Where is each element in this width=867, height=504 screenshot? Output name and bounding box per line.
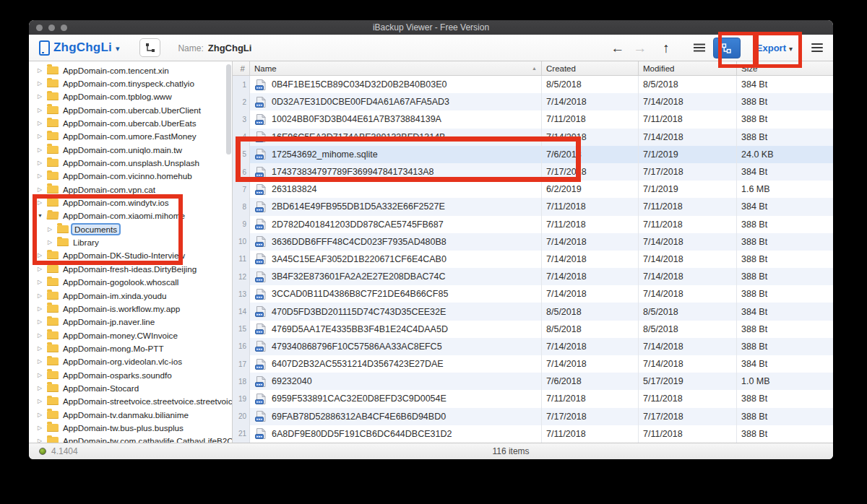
disclosure-icon[interactable]: ▷ (38, 305, 47, 312)
row-number: 1 (233, 76, 250, 93)
disclosure-icon[interactable]: ▷ (38, 67, 47, 74)
disclosure-icon[interactable]: ▼ (38, 213, 47, 218)
table-row[interactable]: 1 0B4F1BE15CB89C034D32D0B2B40B03E0 8/5/2… (233, 76, 833, 93)
column-header-size[interactable]: Size (737, 61, 833, 75)
table-row[interactable]: 9 2D782D401841203DD878CAE5745FB687 7/11/… (233, 216, 833, 233)
hierarchy-view-button[interactable] (139, 38, 160, 57)
sidebar-item-appdomain-is-workflow-my-app[interactable]: ▷ AppDomain-is.workflow.my.app (29, 302, 232, 315)
sidebar-item-library[interactable]: ▷ Library (29, 235, 232, 248)
table-row[interactable]: 14 470D5FD3BD201115D74C743D35CEE32E 8/5/… (233, 303, 833, 320)
sidebar-item-appdomain-com-tencent-xin[interactable]: ▷ AppDomain-com.tencent.xin (29, 64, 232, 77)
sidebar-item-appdomain-com-vicinno-homehub[interactable]: ▷ AppDomain-com.vicinno.homehub (29, 170, 232, 183)
table-row[interactable]: 12 3B4F32E873601FA2A2E27E208DBAC74C 7/14… (233, 268, 833, 285)
disclosure-icon[interactable]: ▷ (38, 133, 47, 139)
sidebar-scrollbar[interactable] (226, 64, 231, 155)
column-header-created[interactable]: Created (542, 61, 639, 75)
file-name: 69FAB78D52886312AB4CF4E6B6D94BD0 (272, 412, 446, 422)
sidebar-item-appdomain-com-unsplash-unsplash[interactable]: ▷ AppDomain-com.unsplash.Unsplash (29, 156, 232, 169)
up-button[interactable]: ↑ (658, 41, 674, 55)
table-row[interactable]: 15 4769D5AA17E4335BB3F4B1E24C4DAA5D 8/5/… (233, 321, 833, 338)
sidebar-item-appdomain-dk-studio-interview[interactable]: ▷ AppDomain-DK-Studio-Interview (29, 249, 232, 262)
disclosure-icon[interactable]: ▷ (38, 252, 47, 258)
disclosure-icon[interactable]: ▷ (38, 412, 47, 418)
disclosure-icon[interactable]: ▷ (38, 385, 47, 391)
sidebar-item-appdomain-org-videolan-vlc-ios[interactable]: ▷ AppDomain-org.videolan.vlc-ios (29, 355, 232, 368)
table-row[interactable]: 6 174373834797789F36994784173413A8 7/17/… (233, 163, 833, 181)
sidebar-item-appdomain-com-vpn-cat[interactable]: ▷ AppDomain-com.vpn.cat (29, 183, 232, 196)
disclosure-icon[interactable]: ▷ (38, 292, 47, 299)
disclosure-icon[interactable]: ▷ (38, 160, 47, 166)
table-row[interactable]: 21 6A8DF9E80DD5F191CB6DC644DBCE31D2 7/11… (233, 425, 833, 443)
disclosure-icon[interactable]: ▷ (38, 147, 47, 153)
table-row[interactable]: 3 10024BB0F3D3B044E61A7B373884139A 7/11/… (233, 110, 833, 128)
disclosure-icon[interactable]: ▷ (38, 398, 47, 404)
table-row[interactable]: 11 3A45C15EAF3052D1B220671CF6E4CAB0 7/14… (233, 251, 833, 268)
sidebar-item-appdomain-fresh-ideas-dirtybeijing[interactable]: ▷ AppDomain-fresh-ideas.DirtyBeijing (29, 262, 232, 275)
disclosure-icon[interactable]: ▷ (38, 107, 47, 113)
disclosure-icon[interactable]: ▷ (38, 318, 47, 325)
table-row[interactable]: 8 2BD614E49FB955DB1D5A332E66F2527E 7/11/… (233, 198, 833, 215)
sidebar-item-appdomain-stocard[interactable]: ▷ AppDomain-Stocard (29, 381, 232, 394)
export-button[interactable]: Export ▾ (756, 43, 793, 53)
sidebar-item-documents[interactable]: ▷ Documents (29, 222, 232, 235)
disclosure-icon[interactable]: ▷ (38, 358, 47, 365)
table-row[interactable]: 5 172543692_mihome.sqlite 7/6/2018 7/1/2… (233, 146, 833, 163)
disclosure-icon[interactable]: ▷ (38, 345, 47, 352)
status-bar: 4.1404 116 items (29, 443, 833, 459)
sidebar-item-appdomain-com-tpblog-www[interactable]: ▷ AppDomain-com.tpblog.www (29, 90, 232, 103)
sidebar-item-appdomain-com-tinyspeck-chatlyio[interactable]: ▷ AppDomain-com.tinyspeck.chatlyio (29, 77, 232, 90)
sidebar-item-appdomain-com-xiaomi-mihome[interactable]: ▼ AppDomain-com.xiaomi.mihome (29, 209, 232, 222)
column-header-name[interactable]: Name ▲ (250, 61, 542, 75)
sidebar-item-appdomain-com-uniqlo-main-tw[interactable]: ▷ AppDomain-com.uniqlo.main.tw (29, 143, 232, 156)
sidebar-item-appdomain-com-windytv-ios[interactable]: ▷ AppDomain-com.windytv.ios (29, 196, 232, 209)
table-row[interactable]: 19 6959F533891CAC32E0D8EFD3C9D0054E 7/11… (233, 390, 833, 407)
sidebar-item-appdomain-com-ubercab-ubereats[interactable]: ▷ AppDomain-com.ubercab.UberEats (29, 116, 232, 129)
disclosure-icon[interactable]: ▷ (38, 199, 47, 206)
table-row[interactable]: 13 3CCAD0B11D4386B8C7F21DE64B66CF85 7/14… (233, 285, 833, 303)
sidebar-item-appdomain-osparks-soundfo[interactable]: ▷ AppDomain-osparks.soundfo (29, 368, 232, 381)
column-header-modified[interactable]: Modified (639, 61, 737, 75)
folder-icon (47, 292, 59, 300)
disclosure-icon[interactable]: ▷ (38, 425, 47, 431)
table-row[interactable]: 10 3636DDB6FFF48C4CD023F7935AD480B8 7/14… (233, 233, 833, 251)
sidebar-item-appdomain-tw-com-cathaylife-cathaylifeb2c[interactable]: ▷ AppDomain-tw.com.cathaylife.CathayLife… (29, 435, 232, 443)
device-selector[interactable]: ZhgChgLi ▾ (39, 40, 119, 56)
sidebar-item-appdomain-com-ubercab-uberclient[interactable]: ▷ AppDomain-com.ubercab.UberClient (29, 103, 232, 116)
table-row[interactable]: 4 16E96C5EA3D7174ABE380133BFD1314B 7/14/… (233, 129, 833, 146)
sidebar-item-appdomain-tv-danmaku-bilianime[interactable]: ▷ AppDomain-tv.danmaku.bilianime (29, 408, 232, 421)
table-row[interactable]: 18 69232040 7/6/2018 5/17/2019 1.0 MB (233, 373, 833, 390)
sidebar-item-appdomain-streetvoice-streetvoice-streetvoice[interactable]: ▷ AppDomain-streetvoice.streetvoice.stre… (29, 395, 232, 408)
forward-button[interactable]: → (629, 41, 651, 55)
disclosure-icon[interactable]: ▷ (38, 279, 47, 285)
tree-view-button[interactable] (713, 38, 741, 58)
list-view-button[interactable] (693, 43, 706, 53)
table-row[interactable]: 16 479340868796F10C57586AA33AC8EFC5 7/14… (233, 338, 833, 355)
table-row[interactable]: 7 263183824 6/2/2019 7/1/2019 1.6 MB (233, 181, 833, 198)
menu-button[interactable] (811, 43, 823, 52)
back-button[interactable]: ← (606, 41, 629, 55)
disclosure-icon[interactable]: ▷ (38, 186, 47, 193)
sidebar-item-appdomain-tw-bus-plus-busplus[interactable]: ▷ AppDomain-tw.bus-plus.busplus (29, 421, 232, 434)
disclosure-icon[interactable]: ▷ (38, 372, 47, 378)
sidebar-item-appdomain-jp-naver-line[interactable]: ▷ AppDomain-jp.naver.line (29, 316, 232, 329)
disclosure-icon[interactable]: ▷ (38, 173, 47, 179)
sidebar-item-appdomain-im-xinda-youdu[interactable]: ▷ AppDomain-im.xinda.youdu (29, 289, 232, 302)
disclosure-icon[interactable]: ▷ (38, 93, 47, 100)
table-row[interactable]: 2 0D32A7E31D0CBE00FD4A61A67AFA5AD3 7/14/… (233, 93, 833, 110)
sidebar-item-appdomain-gogolook-whoscall[interactable]: ▷ AppDomain-gogolook.whoscall (29, 276, 232, 289)
table-row[interactable]: 20 69FAB78D52886312AB4CF4E6B6D94BD0 7/17… (233, 408, 833, 425)
iphone-icon (39, 40, 50, 56)
disclosure-icon[interactable]: ▷ (38, 266, 47, 272)
sidebar-item-appdomain-mong-mo-ptt[interactable]: ▷ AppDomain-mong.Mo-PTT (29, 342, 232, 355)
sidebar-item-appdomain-com-umore-fastmoney[interactable]: ▷ AppDomain-com.umore.FastMoney (29, 130, 232, 143)
sidebar-item-appdomain-money-cwinvoice[interactable]: ▷ AppDomain-money.CWInvoice (29, 329, 232, 342)
disclosure-icon[interactable]: ▷ (38, 438, 47, 443)
disclosure-icon[interactable]: ▷ (48, 239, 57, 246)
disclosure-icon[interactable]: ▷ (38, 332, 47, 339)
disclosure-icon[interactable]: ▷ (48, 226, 57, 233)
disclosure-icon[interactable]: ▷ (38, 80, 47, 87)
table-row[interactable]: 17 6407D2B32AC5531214D3567423E27DAE 7/14… (233, 355, 833, 373)
disclosure-icon[interactable]: ▷ (38, 120, 47, 126)
column-header-index[interactable]: # (233, 61, 250, 75)
app-window: iBackup Viewer - Free Version ZhgChgLi ▾… (29, 20, 833, 459)
